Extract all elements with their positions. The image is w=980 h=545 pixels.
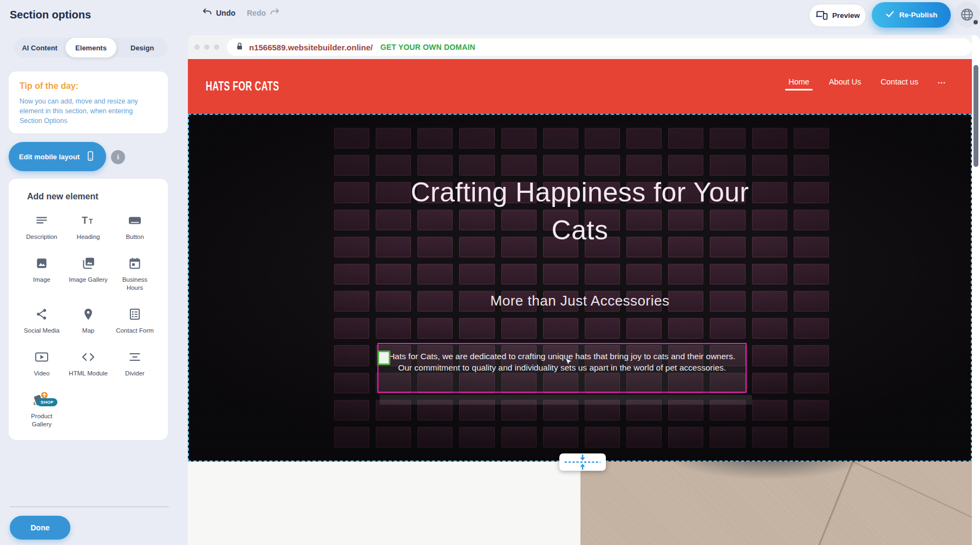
- hero-heading[interactable]: Crafting Happiness for Your Cats: [380, 173, 780, 249]
- background-tile: [626, 128, 662, 148]
- background-tile: [668, 291, 703, 312]
- add-element-item-business-hours[interactable]: Business Hours: [112, 255, 158, 292]
- background-tile: [501, 427, 537, 447]
- lock-icon: [236, 42, 244, 53]
- background-tile: [710, 318, 745, 339]
- browser-dot: [194, 44, 200, 50]
- background-tile: [752, 318, 787, 339]
- site-nav: Home About Us Contact us ...: [788, 76, 946, 92]
- add-element-item-social-media[interactable]: Social Media: [18, 306, 65, 335]
- redo-button[interactable]: Redo: [247, 8, 280, 18]
- tab-ai-content[interactable]: AI Content: [14, 38, 66, 57]
- add-element-item-html-module[interactable]: HTML Module: [65, 349, 112, 378]
- hero-section-selected[interactable]: Crafting Happiness for Your Cats More th…: [188, 114, 972, 462]
- background-tile: [501, 264, 537, 284]
- globe-icon[interactable]: [954, 2, 980, 28]
- background-tile: [459, 155, 494, 176]
- background-tile: [334, 318, 369, 339]
- get-domain-link[interactable]: GET YOUR OWN DOMAIN: [380, 43, 475, 51]
- background-tile: [626, 318, 662, 339]
- background-tile: [752, 345, 787, 366]
- background-tile: [543, 264, 578, 284]
- republish-button[interactable]: Re-Publish: [872, 2, 951, 28]
- add-element-item-description[interactable]: Description: [18, 212, 65, 241]
- hero-description[interactable]: Hats for Cats, we are dedicated to craft…: [378, 344, 746, 380]
- panel-tabs: AI Content Elements Design: [14, 38, 168, 57]
- background-tile: [334, 210, 369, 230]
- nav-item-home[interactable]: Home: [788, 77, 809, 90]
- background-tile: [417, 155, 453, 176]
- add-new-element-title: Add new element: [27, 192, 158, 202]
- add-new-element-card: Add new element Description TT Heading: [9, 179, 168, 440]
- section-height-handle[interactable]: [559, 453, 606, 471]
- background-tile: [543, 155, 578, 176]
- background-tile: [459, 318, 494, 339]
- add-element-item-product-gallery[interactable]: SHOP Product Gallery: [18, 392, 65, 429]
- background-tile: [501, 128, 537, 148]
- background-tile: [794, 155, 829, 176]
- background-tile: [794, 128, 829, 148]
- undo-button[interactable]: Undo: [202, 8, 236, 18]
- add-element-item-button[interactable]: Button: [112, 212, 158, 241]
- background-tile: [334, 345, 369, 366]
- background-tile: [668, 427, 703, 447]
- selected-text-element[interactable]: Hats for Cats, we are dedicated to craft…: [377, 343, 747, 393]
- browser-dot: [204, 44, 210, 50]
- background-tile: [668, 318, 703, 339]
- background-tile: [334, 400, 369, 420]
- redo-icon: [270, 8, 280, 18]
- button-icon: [127, 212, 142, 229]
- site-logo[interactable]: HATS FOR CATS: [206, 79, 279, 94]
- tab-elements[interactable]: Elements: [66, 38, 117, 57]
- element-grid: Description TT Heading Button Ima: [18, 212, 158, 429]
- browser-bar: n1566589.websitebuilder.online/ GET YOUR…: [188, 35, 972, 59]
- site-header[interactable]: HATS FOR CATS Home About Us Contact us .…: [188, 59, 972, 114]
- editor-topbar: Undo Redo Preview Re-Publish: [177, 0, 980, 35]
- add-element-item-image[interactable]: Image: [18, 255, 65, 292]
- info-icon[interactable]: i: [111, 150, 125, 164]
- add-element-item-heading[interactable]: TT Heading: [65, 212, 112, 241]
- background-tile: [794, 373, 829, 393]
- background-tile: [585, 427, 620, 447]
- background-tile: [668, 264, 703, 284]
- background-tile: [376, 318, 411, 339]
- next-section[interactable]: [188, 462, 972, 545]
- map-pin-icon: [81, 306, 95, 322]
- background-tile: [543, 427, 578, 447]
- drag-ghost-bar: [380, 395, 752, 405]
- add-element-item-video[interactable]: Video: [18, 349, 65, 378]
- preview-button[interactable]: Preview: [809, 4, 866, 27]
- nav-item-contact-us[interactable]: Contact us: [881, 77, 918, 90]
- background-tile: [417, 291, 453, 312]
- next-section-blank: [188, 462, 580, 545]
- background-tile: [794, 264, 829, 284]
- svg-text:T: T: [89, 218, 93, 225]
- background-tile: [752, 291, 787, 312]
- background-tile: [794, 291, 829, 312]
- background-tile: [501, 155, 537, 176]
- scrollbar-thumb[interactable]: [974, 65, 978, 167]
- browser-dot: [214, 44, 219, 50]
- hero-subheading[interactable]: More than Just Accessories: [491, 293, 670, 309]
- url-field[interactable]: n1566589.websitebuilder.online/ GET YOUR…: [227, 38, 972, 56]
- add-element-item-divider[interactable]: Divider: [112, 349, 158, 378]
- background-tile: [334, 128, 369, 148]
- background-tile: [417, 427, 453, 447]
- tab-design[interactable]: Design: [116, 38, 168, 57]
- video-icon: [34, 349, 49, 365]
- resize-handle-left[interactable]: [377, 351, 390, 365]
- add-element-item-image-gallery[interactable]: Image Gallery: [65, 255, 112, 292]
- nav-item-about-us[interactable]: About Us: [829, 77, 861, 90]
- background-tile: [794, 182, 829, 203]
- nav-item-more[interactable]: ...: [938, 76, 946, 92]
- background-tile: [501, 318, 537, 339]
- add-element-item-contact-form[interactable]: Contact Form: [112, 306, 158, 335]
- background-tile: [626, 427, 662, 447]
- edit-mobile-layout-button[interactable]: Edit mobile layout: [9, 142, 106, 171]
- done-button[interactable]: Done: [10, 516, 70, 540]
- add-element-item-map[interactable]: Map: [65, 306, 112, 335]
- pavement-photo: [580, 462, 972, 545]
- background-tile: [794, 345, 829, 366]
- panel-title: Section options: [10, 9, 91, 21]
- background-tile: [794, 210, 829, 230]
